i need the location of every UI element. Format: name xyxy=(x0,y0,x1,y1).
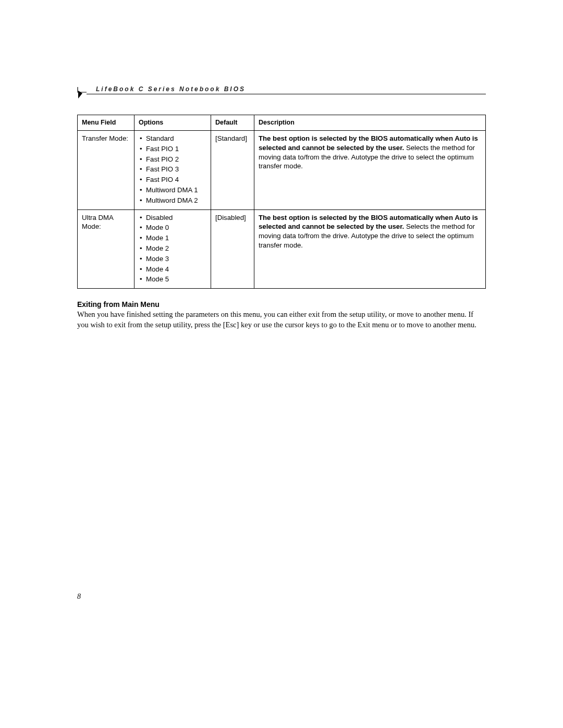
cell-description: The best option is selected by the BIOS … xyxy=(254,209,486,289)
option-item: Fast PIO 3 xyxy=(146,165,206,175)
page-number: 8 xyxy=(77,593,81,601)
option-item: Mode 0 xyxy=(146,223,206,233)
page-content: LifeBook C Series Notebook BIOS Menu Fie… xyxy=(77,85,486,330)
table-row: Transfer Mode: Standard Fast PIO 1 Fast … xyxy=(78,130,486,209)
bios-settings-table: Menu Field Options Default Description T… xyxy=(77,115,486,289)
col-header-options: Options xyxy=(134,115,211,131)
option-item: Multiword DMA 1 xyxy=(146,186,206,196)
option-item: Fast PIO 1 xyxy=(146,144,206,155)
option-item: Multiword DMA 2 xyxy=(146,196,206,206)
section-heading: Exiting from Main Menu xyxy=(77,300,486,309)
page-header: LifeBook C Series Notebook BIOS xyxy=(77,85,486,100)
cell-menu-field: Transfer Mode: xyxy=(78,130,134,209)
section-body: When you have finished setting the param… xyxy=(77,310,486,330)
table-header-row: Menu Field Options Default Description xyxy=(78,115,486,131)
option-item: Mode 1 xyxy=(146,233,206,244)
option-item: Mode 3 xyxy=(146,254,206,265)
header-title: LifeBook C Series Notebook BIOS xyxy=(96,85,246,93)
col-header-menu-field: Menu Field xyxy=(78,115,134,131)
cell-description: The best option is selected by the BIOS … xyxy=(254,130,486,209)
cell-options: Standard Fast PIO 1 Fast PIO 2 Fast PIO … xyxy=(134,130,211,209)
cell-default: [Disabled] xyxy=(211,209,254,289)
cell-options: Disabled Mode 0 Mode 1 Mode 2 Mode 3 Mod… xyxy=(134,209,211,289)
header-corner-icon xyxy=(77,87,88,100)
option-item: Mode 2 xyxy=(146,244,206,254)
col-header-description: Description xyxy=(254,115,486,131)
col-header-default: Default xyxy=(211,115,254,131)
header-rule xyxy=(87,94,486,94)
option-item: Fast PIO 2 xyxy=(146,155,206,165)
table-row: Ultra DMA Mode: Disabled Mode 0 Mode 1 M… xyxy=(78,209,486,289)
option-item: Standard xyxy=(146,134,206,144)
option-item: Mode 4 xyxy=(146,265,206,275)
option-item: Disabled xyxy=(146,213,206,224)
option-item: Fast PIO 4 xyxy=(146,175,206,186)
cell-menu-field: Ultra DMA Mode: xyxy=(78,209,134,289)
option-item: Mode 5 xyxy=(146,275,206,285)
cell-default: [Standard] xyxy=(211,130,254,209)
